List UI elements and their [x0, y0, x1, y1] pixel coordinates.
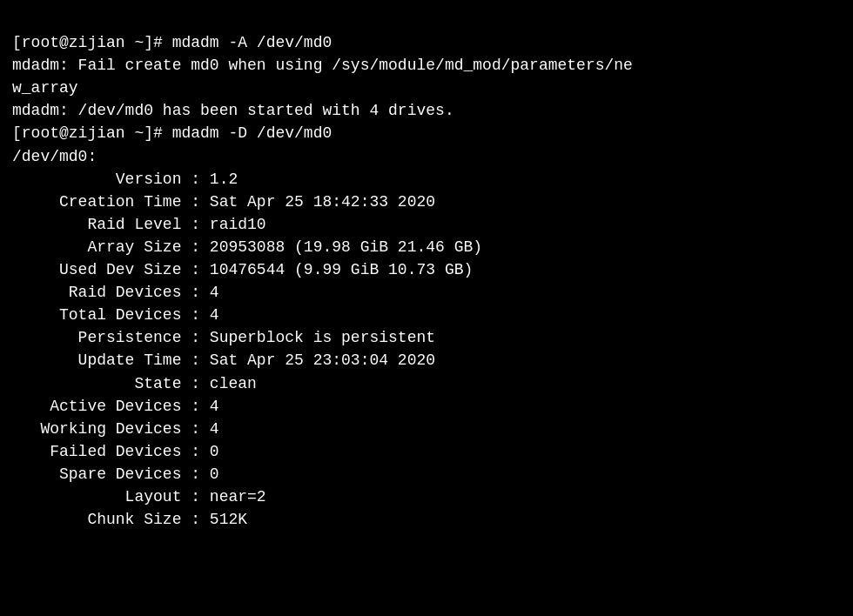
terminal-line: State : clean — [12, 372, 841, 395]
terminal-line: Used Dev Size : 10476544 (9.99 GiB 10.73… — [12, 258, 841, 281]
terminal-line: Total Devices : 4 — [12, 304, 841, 326]
terminal-line: Chunk Size : 512K — [12, 508, 841, 531]
terminal-window: [root@zijian ~]# mdadm -A /dev/md0mdadm:… — [0, 0, 853, 616]
terminal-line: w_array — [12, 77, 841, 99]
terminal-line: Raid Devices : 4 — [12, 281, 841, 304]
terminal-line: /dev/md0: — [12, 145, 841, 168]
terminal-line: Array Size : 20953088 (19.98 GiB 21.46 G… — [12, 236, 841, 258]
terminal-line: [root@zijian ~]# mdadm -A /dev/md0 — [12, 31, 841, 54]
terminal-line: Update Time : Sat Apr 25 23:03:04 2020 — [12, 349, 841, 372]
terminal-line: Creation Time : Sat Apr 25 18:42:33 2020 — [12, 191, 841, 213]
terminal-line: mdadm: /dev/md0 has been started with 4 … — [12, 99, 841, 122]
terminal-line: Layout : near=2 — [12, 485, 841, 508]
terminal-line: Raid Level : raid10 — [12, 213, 841, 236]
terminal-line: Persistence : Superblock is persistent — [12, 326, 841, 349]
terminal-line: Version : 1.2 — [12, 168, 841, 191]
terminal-line: mdadm: Fail create md0 when using /sys/m… — [12, 54, 841, 77]
terminal-line: Working Devices : 4 — [12, 418, 841, 440]
terminal-line: Spare Devices : 0 — [12, 463, 841, 485]
terminal-line: [root@zijian ~]# mdadm -D /dev/md0 — [12, 122, 841, 144]
terminal-line: Failed Devices : 0 — [12, 440, 841, 463]
terminal-line: Active Devices : 4 — [12, 395, 841, 418]
